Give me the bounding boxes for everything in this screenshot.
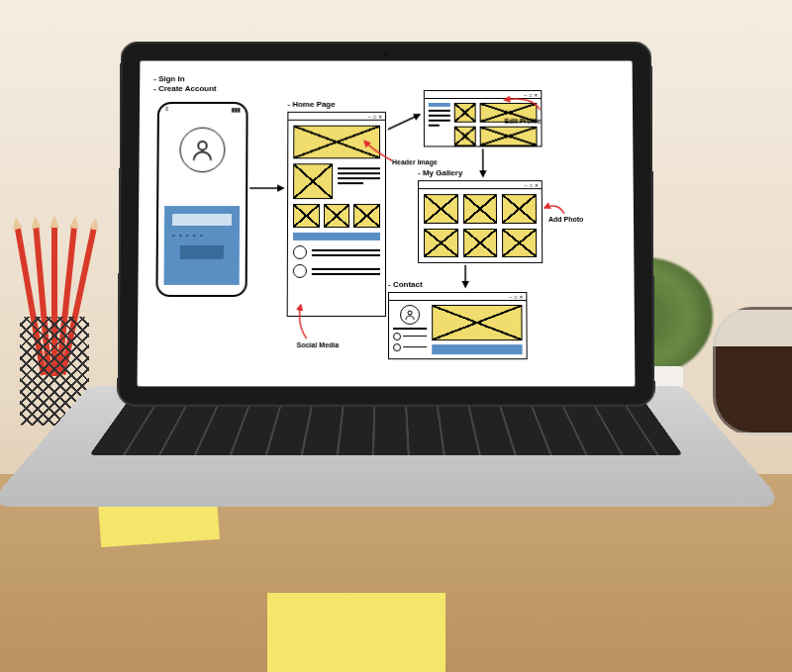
camera-dot bbox=[383, 51, 389, 57]
wireframe-canvas: - Sign In - Create Account ≡ ▮▮▮ • • • •… bbox=[138, 60, 636, 386]
header-image-annotation: Header Image bbox=[392, 158, 438, 165]
signin-list: - Sign In - Create Account bbox=[153, 74, 217, 95]
contact-label: - Contact bbox=[388, 280, 423, 289]
coffee-glass bbox=[713, 307, 792, 435]
gallery-thumb[interactable] bbox=[502, 194, 537, 223]
browser-chrome: ─□✕ bbox=[425, 91, 541, 99]
action-bar[interactable] bbox=[432, 344, 522, 354]
gallery-thumb[interactable] bbox=[424, 228, 458, 256]
signin-item: - Sign In bbox=[153, 74, 216, 84]
contact-wireframe: ─□✕ bbox=[388, 292, 528, 359]
browser-chrome: ─□✕ bbox=[288, 113, 385, 121]
image-placeholder bbox=[293, 204, 320, 228]
browser-chrome: ─□✕ bbox=[389, 293, 526, 301]
image-placeholder bbox=[454, 103, 476, 123]
phone-wireframe: ≡ ▮▮▮ • • • • • bbox=[155, 102, 248, 297]
browser-chrome: ─□✕ bbox=[419, 181, 542, 189]
gallery-thumb[interactable] bbox=[463, 228, 498, 256]
social-icon[interactable] bbox=[293, 245, 307, 259]
login-panel: • • • • • bbox=[164, 206, 241, 285]
svg-point-1 bbox=[408, 311, 412, 315]
text-lines bbox=[338, 163, 380, 199]
laptop-screen: - Sign In - Create Account ≡ ▮▮▮ • • • •… bbox=[138, 60, 636, 386]
home-page-wireframe: ─□✕ bbox=[287, 112, 386, 317]
divider-bar bbox=[293, 233, 380, 240]
gallery-thumb[interactable] bbox=[463, 194, 498, 223]
gallery-wireframe: ─□✕ bbox=[418, 180, 543, 263]
image-placeholder bbox=[432, 305, 522, 340]
laptop: - Sign In - Create Account ≡ ▮▮▮ • • • •… bbox=[89, 40, 683, 554]
contact-avatar bbox=[400, 305, 420, 325]
phone-status-bar: ≡ ▮▮▮ bbox=[159, 104, 247, 114]
edit-profile-annotation: Edit Profile bbox=[505, 118, 542, 125]
text-lines bbox=[429, 103, 450, 146]
sticky-note bbox=[267, 593, 446, 672]
image-placeholder bbox=[480, 127, 538, 146]
contact-icon bbox=[393, 343, 401, 351]
social-media-annotation: Social Media bbox=[297, 341, 340, 348]
create-account-item: - Create Account bbox=[153, 85, 216, 95]
my-gallery-label: - My Gallery bbox=[418, 168, 462, 177]
login-button[interactable] bbox=[180, 245, 224, 259]
password-field[interactable]: • • • • • bbox=[172, 231, 232, 240]
laptop-screen-frame: - Sign In - Create Account ≡ ▮▮▮ • • • •… bbox=[117, 42, 655, 407]
text-lines bbox=[312, 248, 380, 255]
social-icon[interactable] bbox=[293, 264, 307, 278]
text-lines bbox=[312, 267, 380, 274]
avatar-placeholder bbox=[179, 128, 225, 173]
home-page-label: - Home Page bbox=[287, 100, 335, 109]
person-icon bbox=[189, 138, 215, 163]
header-image-placeholder bbox=[293, 126, 380, 159]
image-placeholder bbox=[324, 204, 350, 228]
gallery-thumb[interactable] bbox=[424, 194, 458, 223]
person-icon bbox=[404, 309, 416, 321]
signal-icon: ▮▮▮ bbox=[232, 105, 241, 112]
contact-icon bbox=[393, 333, 401, 340]
image-placeholder bbox=[454, 127, 476, 146]
gallery-thumb[interactable] bbox=[502, 228, 537, 256]
add-photo-annotation: Add Photo bbox=[548, 216, 583, 223]
svg-point-0 bbox=[198, 142, 207, 150]
menu-icon: ≡ bbox=[165, 106, 169, 112]
image-placeholder bbox=[353, 204, 380, 228]
image-placeholder bbox=[293, 163, 333, 199]
username-field[interactable] bbox=[172, 214, 232, 226]
